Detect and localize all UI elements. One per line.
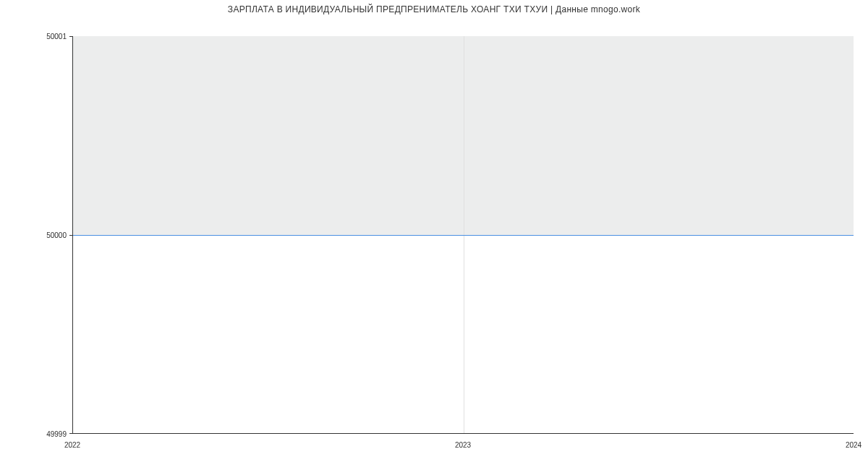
y-tick-mark xyxy=(69,235,73,236)
x-tick-label: 2024 xyxy=(846,441,861,449)
chart-container: ЗАРПЛАТА В ИНДИВИДУАЛЬНЫЙ ПРЕДПРЕНИМАТЕЛ… xyxy=(0,0,868,470)
y-tick-mark xyxy=(69,36,73,37)
x-tick-label: 2023 xyxy=(455,441,471,449)
y-tick-label: 50000 xyxy=(46,231,67,239)
y-tick-mark xyxy=(69,433,73,434)
x-tick-label: 2022 xyxy=(64,441,80,449)
y-tick-label: 49999 xyxy=(46,430,67,438)
plot-area xyxy=(72,36,854,434)
y-tick-label: 50001 xyxy=(46,33,67,40)
chart-title: ЗАРПЛАТА В ИНДИВИДУАЛЬНЫЙ ПРЕДПРЕНИМАТЕЛ… xyxy=(0,4,868,14)
data-line xyxy=(73,235,854,236)
